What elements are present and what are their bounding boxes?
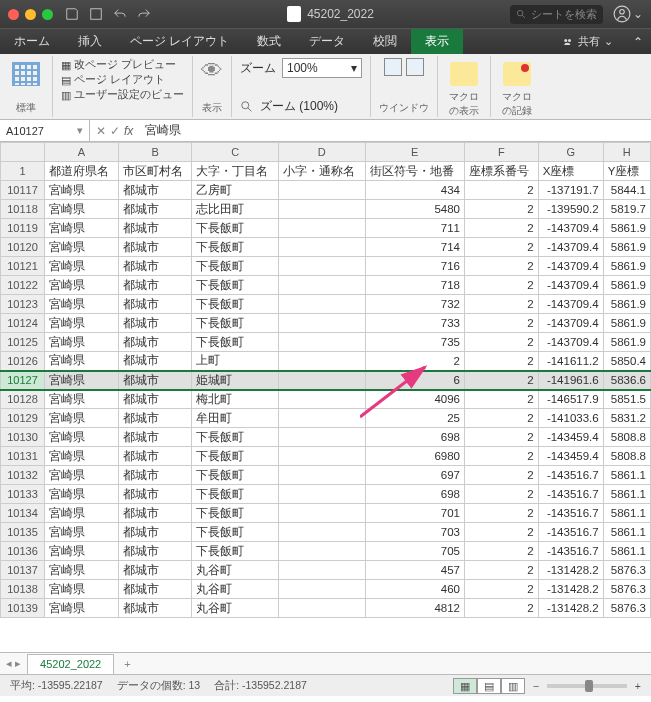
cell[interactable]: 735 [365, 333, 464, 352]
fx-icon[interactable]: fx [124, 124, 133, 138]
cell[interactable]: -143709.4 [538, 333, 603, 352]
cell[interactable]: 2 [464, 181, 538, 200]
cell[interactable]: -146517.9 [538, 390, 603, 409]
cell[interactable]: 5861.9 [603, 238, 650, 257]
cell[interactable]: 2 [464, 542, 538, 561]
close-icon[interactable] [8, 9, 19, 20]
cell[interactable]: 703 [365, 523, 464, 542]
cell[interactable]: -139590.2 [538, 200, 603, 219]
cell[interactable]: 2 [464, 409, 538, 428]
cell[interactable]: 732 [365, 295, 464, 314]
cell[interactable]: 5819.7 [603, 200, 650, 219]
row-header[interactable]: 10119 [1, 219, 45, 238]
cell[interactable]: 下長飯町 [192, 257, 279, 276]
share-button[interactable]: 共有⌄ [550, 34, 625, 49]
cell[interactable]: 457 [365, 561, 464, 580]
cell[interactable]: 都城市 [118, 561, 192, 580]
cell[interactable]: 都城市 [118, 238, 192, 257]
row-header[interactable]: 10138 [1, 580, 45, 599]
cell[interactable]: 2 [464, 447, 538, 466]
cell[interactable] [279, 390, 366, 409]
cell[interactable]: 5836.6 [603, 371, 650, 390]
cell[interactable]: 都城市 [118, 295, 192, 314]
cell[interactable]: 5861.1 [603, 504, 650, 523]
cell[interactable] [279, 504, 366, 523]
cell[interactable]: 2 [464, 561, 538, 580]
cell[interactable]: 698 [365, 428, 464, 447]
cell[interactable]: 5861.1 [603, 542, 650, 561]
window-icons[interactable] [384, 58, 424, 76]
cell[interactable] [279, 523, 366, 542]
cell[interactable] [279, 200, 366, 219]
cell[interactable]: 宮崎県 [45, 219, 119, 238]
cell[interactable]: 都城市 [118, 409, 192, 428]
cell[interactable]: 701 [365, 504, 464, 523]
cell[interactable]: -143709.4 [538, 257, 603, 276]
row-header[interactable]: 10122 [1, 276, 45, 295]
cell[interactable]: 2 [464, 200, 538, 219]
cell[interactable]: 5876.3 [603, 599, 650, 618]
cell[interactable]: 宮崎県 [45, 428, 119, 447]
col-header[interactable]: C [192, 143, 279, 162]
col-header[interactable]: G [538, 143, 603, 162]
cell[interactable]: 都城市 [118, 352, 192, 371]
cell[interactable]: 711 [365, 219, 464, 238]
cell[interactable]: 宮崎県 [45, 181, 119, 200]
cell[interactable]: 志比田町 [192, 200, 279, 219]
cell[interactable]: 下長飯町 [192, 523, 279, 542]
cell[interactable]: 2 [464, 485, 538, 504]
cell[interactable] [279, 352, 366, 371]
cell[interactable]: -143516.7 [538, 542, 603, 561]
row-header[interactable]: 10126 [1, 352, 45, 371]
cell[interactable]: 都城市 [118, 580, 192, 599]
cell[interactable]: -143709.4 [538, 238, 603, 257]
cell[interactable] [279, 257, 366, 276]
row-header[interactable]: 10125 [1, 333, 45, 352]
macro-show-button[interactable] [446, 58, 482, 90]
cell[interactable]: 都城市 [118, 542, 192, 561]
cell[interactable]: 2 [464, 333, 538, 352]
col-header[interactable]: B [118, 143, 192, 162]
cell[interactable] [279, 181, 366, 200]
cell[interactable]: 5861.9 [603, 333, 650, 352]
normal-view-icon[interactable]: ▦ [453, 678, 477, 694]
row-header[interactable]: 10132 [1, 466, 45, 485]
cell[interactable]: -131428.2 [538, 580, 603, 599]
cell[interactable]: 2 [464, 352, 538, 371]
chevron-up-icon[interactable]: ⌃ [625, 35, 651, 49]
cell[interactable]: 宮崎県 [45, 485, 119, 504]
cell[interactable]: 5861.9 [603, 257, 650, 276]
page-layout-option[interactable]: ▤ページ レイアウト [61, 73, 165, 87]
col-header[interactable]: H [603, 143, 650, 162]
menu-data[interactable]: データ [295, 29, 359, 54]
cell[interactable]: 25 [365, 409, 464, 428]
menu-view[interactable]: 表示 [411, 29, 463, 54]
row-header[interactable]: 10129 [1, 409, 45, 428]
cell[interactable]: 434 [365, 181, 464, 200]
cell[interactable]: -143459.4 [538, 428, 603, 447]
zoom-100-button[interactable]: ズーム (100%) [240, 98, 338, 115]
cell[interactable]: 2 [464, 580, 538, 599]
eye-icon[interactable]: 👁 [201, 58, 223, 84]
cell[interactable] [279, 466, 366, 485]
row-header[interactable]: 10120 [1, 238, 45, 257]
cell[interactable]: 2 [464, 504, 538, 523]
cell[interactable]: 都城市 [118, 181, 192, 200]
cell[interactable]: 宮崎県 [45, 314, 119, 333]
header-cell[interactable]: X座標 [538, 162, 603, 181]
cell[interactable]: 都城市 [118, 333, 192, 352]
cell[interactable] [279, 485, 366, 504]
row-header[interactable]: 10131 [1, 447, 45, 466]
cell[interactable]: 5851.5 [603, 390, 650, 409]
cell[interactable]: 2 [464, 295, 538, 314]
col-header[interactable]: A [45, 143, 119, 162]
cell[interactable]: 5831.2 [603, 409, 650, 428]
cell[interactable]: 733 [365, 314, 464, 333]
header-cell[interactable]: 街区符号・地番 [365, 162, 464, 181]
cell[interactable]: 下長飯町 [192, 542, 279, 561]
user-icon[interactable] [613, 5, 631, 23]
col-header[interactable]: E [365, 143, 464, 162]
row-header[interactable]: 10137 [1, 561, 45, 580]
cell[interactable]: 宮崎県 [45, 580, 119, 599]
row-header[interactable]: 10139 [1, 599, 45, 618]
